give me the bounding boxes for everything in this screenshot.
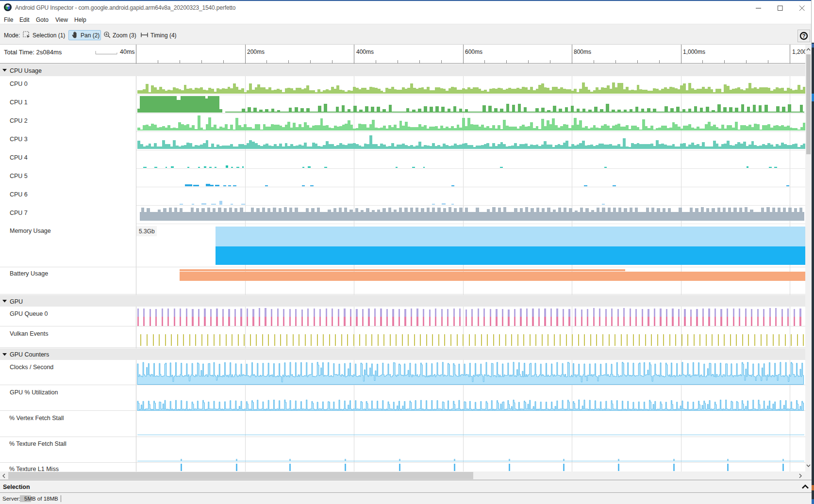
svg-text:?: ? [802,33,806,39]
